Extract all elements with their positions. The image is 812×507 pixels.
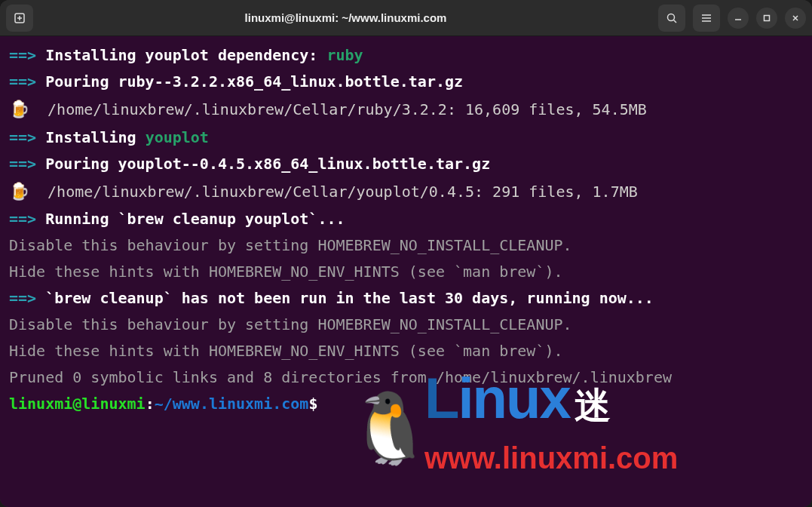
new-tab-icon [14, 12, 26, 24]
output-line: 🍺 /home/linuxbrew/.linuxbrew/Cellar/youp… [9, 177, 803, 207]
titlebar-controls [658, 5, 806, 32]
maximize-button[interactable] [756, 8, 777, 29]
prompt-end: $ [308, 395, 317, 413]
output-line: ==> Installing youplot [9, 124, 803, 151]
output-line: Disable this behaviour by setting HOMEBR… [9, 232, 803, 259]
output-line: ==> Running `brew cleanup youplot`... [9, 206, 803, 232]
prompt-user: linuxmi@linuxmi [9, 395, 146, 413]
maximize-icon [762, 14, 771, 23]
output-text: Installing [36, 128, 146, 146]
output-line: ==> Pouring youplot--0.4.5.x86_64_linux.… [9, 151, 803, 177]
close-icon [791, 14, 800, 23]
output-line: Hide these hints with HOMEBREW_NO_ENV_HI… [9, 259, 803, 285]
output-line: Hide these hints with HOMEBREW_NO_ENV_HI… [9, 338, 803, 364]
arrow-prefix: ==> [9, 128, 36, 146]
svg-rect-2 [765, 15, 770, 20]
arrow-prefix: ==> [9, 155, 36, 173]
output-line: ==> Pouring ruby--3.2.2.x86_64_linux.bot… [9, 69, 803, 95]
titlebar: linuxmi@linuxmi: ~/www.linuxmi.com [0, 0, 812, 36]
close-button[interactable] [785, 8, 806, 29]
minimize-icon [734, 14, 743, 23]
arrow-prefix: ==> [9, 46, 36, 64]
search-icon [666, 12, 678, 24]
output-line: Pruned 0 symbolic links and 8 directorie… [9, 364, 803, 391]
output-line: ==> Installing youplot dependency: ruby [9, 42, 803, 69]
output-text: `brew cleanup` has not been run in the l… [36, 289, 654, 307]
terminal-window: linuxmi@linuxmi: ~/www.linuxmi.com ==> I… [0, 0, 812, 507]
output-text: Installing youplot dependency: [36, 46, 326, 64]
arrow-prefix: ==> [9, 289, 36, 307]
terminal-content[interactable]: ==> Installing youplot dependency: ruby … [0, 36, 812, 507]
watermark-url: www.linuxmi.com [424, 432, 678, 484]
package-name: ruby [326, 46, 363, 64]
output-text: /home/linuxbrew/.linuxbrew/Cellar/youplo… [29, 183, 638, 201]
package-name: youplot [146, 128, 209, 146]
output-text: /home/linuxbrew/.linuxbrew/Cellar/ruby/3… [29, 100, 647, 118]
arrow-prefix: ==> [9, 210, 36, 228]
new-tab-button[interactable] [6, 5, 33, 32]
output-text: Pouring youplot--0.4.5.x86_64_linux.bott… [36, 155, 490, 173]
output-line: 🍺 /home/linuxbrew/.linuxbrew/Cellar/ruby… [9, 95, 803, 124]
output-line: Disable this behaviour by setting HOMEBR… [9, 312, 803, 338]
output-text: Pouring ruby--3.2.2.x86_64_linux.bottle.… [36, 72, 463, 91]
window-title: linuxmi@linuxmi: ~/www.linuxmi.com [33, 11, 658, 24]
beer-icon: 🍺 [9, 100, 29, 118]
minimize-button[interactable] [728, 8, 749, 29]
output-text: Running `brew cleanup youplot`... [36, 210, 345, 228]
prompt-separator: : [146, 395, 155, 413]
arrow-prefix: ==> [9, 72, 36, 91]
output-line: ==> `brew cleanup` has not been run in t… [9, 285, 803, 312]
prompt-path: ~/www.linuxmi.com [155, 395, 309, 413]
prompt-line: linuxmi@linuxmi:~/www.linuxmi.com$ [9, 391, 803, 417]
svg-point-1 [668, 14, 675, 20]
menu-button[interactable] [693, 5, 720, 32]
beer-icon: 🍺 [9, 182, 29, 201]
hamburger-icon [700, 12, 712, 24]
search-button[interactable] [658, 5, 685, 32]
